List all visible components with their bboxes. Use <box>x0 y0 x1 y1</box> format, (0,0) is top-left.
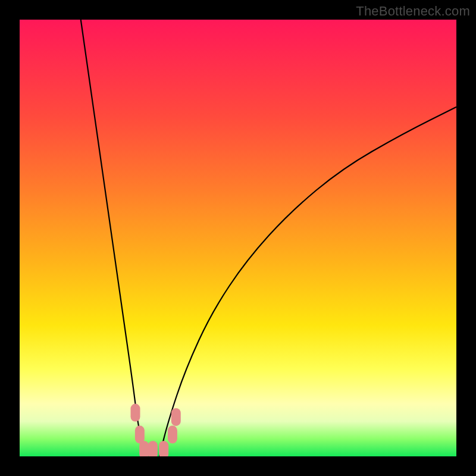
curve-right-branch <box>159 107 456 456</box>
chart-overlay <box>20 20 456 456</box>
watermark-text: TheBottleneck.com <box>356 4 470 19</box>
plot-area <box>20 20 456 456</box>
valley-marker <box>171 408 181 426</box>
valley-marker <box>135 425 145 443</box>
valley-marker <box>131 404 140 422</box>
curve-left-branch <box>81 20 144 456</box>
valley-marker <box>168 425 177 443</box>
valley-marker <box>139 441 149 456</box>
valley-marker <box>159 441 168 456</box>
valley-markers <box>131 404 181 456</box>
outer-frame: TheBottleneck.com <box>0 0 476 476</box>
valley-marker <box>148 441 158 456</box>
